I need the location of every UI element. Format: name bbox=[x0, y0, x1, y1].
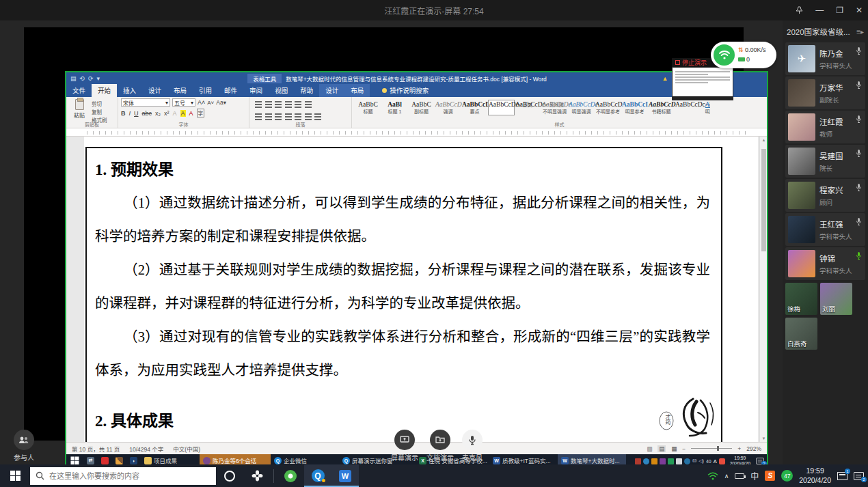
wecom-taskbar-button[interactable]: Q bbox=[304, 464, 331, 487]
bullets-icon[interactable] bbox=[255, 101, 262, 102]
scroll-down-icon[interactable]: ▼ bbox=[760, 436, 767, 441]
tell-me-search[interactable]: 操作说明搜索 bbox=[377, 84, 434, 97]
participant-card[interactable]: 王红强学科带头人 bbox=[785, 213, 865, 246]
participant-card[interactable]: ✈ 陈乃金学科带头人 bbox=[785, 42, 865, 75]
change-case-icon[interactable]: Aa▾ bbox=[216, 99, 226, 106]
scrollbar-thumb[interactable] bbox=[761, 149, 766, 251]
tab-table-layout[interactable]: 布局 bbox=[344, 84, 370, 97]
mic-muted-icon[interactable] bbox=[856, 115, 862, 124]
microphone-button[interactable]: 麦克风 bbox=[462, 430, 483, 462]
print-layout-icon[interactable]: ▤ bbox=[657, 445, 666, 452]
redo-icon[interactable]: ⟳ bbox=[88, 75, 94, 82]
mic-muted-icon[interactable] bbox=[856, 81, 862, 89]
mic-muted-icon[interactable] bbox=[856, 217, 862, 226]
mic-muted-icon[interactable] bbox=[856, 183, 862, 192]
style-item[interactable]: AaBbC副标题 bbox=[408, 100, 435, 115]
page-indicator[interactable]: 第 10 页，共 11 页 bbox=[72, 445, 120, 453]
paste-button[interactable]: 粘贴 bbox=[69, 99, 90, 124]
screen-share-button[interactable]: 屏幕演示 bbox=[391, 430, 418, 462]
cortana-button[interactable] bbox=[216, 464, 243, 487]
save-icon[interactable]: ▤ bbox=[70, 75, 77, 82]
multilevel-list-icon[interactable] bbox=[275, 101, 282, 102]
browser-button[interactable] bbox=[277, 464, 304, 487]
align-center-icon[interactable] bbox=[265, 113, 272, 115]
grow-font-icon[interactable]: A˄ bbox=[198, 99, 205, 106]
style-item-selected[interactable]: AaBbCcDc↵正文 bbox=[488, 100, 515, 115]
tray-icon[interactable] bbox=[668, 458, 674, 464]
align-left-icon[interactable] bbox=[255, 113, 262, 115]
battery-tray-icon[interactable] bbox=[735, 473, 744, 479]
volume-icon[interactable]: ◁) bbox=[699, 458, 704, 464]
style-item[interactable]: AaBbC标题 bbox=[355, 100, 381, 115]
style-item[interactable]: AaBbCcD不明显参考 bbox=[595, 100, 621, 115]
multi-window-icon[interactable]: 1 bbox=[837, 472, 847, 480]
mic-muted-icon[interactable] bbox=[856, 149, 862, 158]
strikethrough-icon[interactable]: abc bbox=[142, 110, 152, 117]
document-page[interactable]: 1. 预期效果 （1）通过数据统计描述分析，可以得到学生成绩的分布特征，据此分析… bbox=[84, 137, 758, 442]
participant-card[interactable]: 汪红霞教师 bbox=[785, 111, 865, 143]
collapse-panel-icon[interactable]: ≡▸ bbox=[856, 28, 864, 36]
start-button[interactable] bbox=[0, 464, 30, 487]
tab-help[interactable]: 帮助 bbox=[294, 84, 319, 97]
presentation-mini-preview[interactable] bbox=[672, 67, 733, 100]
web-layout-icon[interactable]: ▦ bbox=[671, 445, 677, 452]
style-item[interactable]: AaBl标题 1 bbox=[381, 100, 408, 115]
participant-tile[interactable]: 徐梅 bbox=[785, 283, 817, 315]
cut-button[interactable]: 剪切 bbox=[92, 100, 107, 107]
word-count[interactable]: 10/4294 个字 bbox=[129, 445, 163, 453]
lock-icon[interactable] bbox=[676, 458, 682, 464]
task-view-button[interactable] bbox=[243, 464, 271, 487]
wps-taskbar-button[interactable]: W bbox=[331, 464, 359, 487]
zoom-slider[interactable] bbox=[691, 448, 732, 449]
style-item[interactable]: AaBbC明显引用 bbox=[701, 100, 710, 115]
enclose-char-icon[interactable]: 字 bbox=[197, 109, 205, 117]
search-input[interactable] bbox=[49, 472, 200, 480]
increase-indent-icon[interactable] bbox=[295, 101, 301, 102]
notification-center-icon[interactable]: 2 bbox=[854, 472, 864, 480]
style-item[interactable]: AaBbCcD强调 bbox=[435, 100, 461, 115]
clock[interactable]: 19:592020/4/20 bbox=[799, 467, 831, 485]
tab-references[interactable]: 引用 bbox=[193, 84, 218, 97]
ime-indicator[interactable]: 中 bbox=[750, 470, 759, 482]
style-item[interactable]: AaBbCcD要点 bbox=[461, 100, 488, 115]
document-share-button[interactable]: 文档演示 bbox=[426, 430, 454, 462]
sort-icon[interactable] bbox=[305, 101, 312, 102]
wifi-tray-icon[interactable] bbox=[707, 472, 718, 480]
minimize-button[interactable]: — bbox=[815, 5, 824, 15]
tab-review[interactable]: 审阅 bbox=[243, 84, 269, 97]
close-button[interactable]: ✕ bbox=[856, 5, 863, 15]
participants-button[interactable]: 参与人 bbox=[14, 430, 34, 462]
ruler[interactable] bbox=[66, 128, 767, 137]
style-item[interactable]: AaBbCcI明显参考 bbox=[621, 100, 648, 115]
subscript-icon[interactable]: x₂ bbox=[155, 110, 161, 117]
tab-design[interactable]: 设计 bbox=[142, 84, 167, 97]
italic-icon[interactable]: I bbox=[129, 110, 131, 117]
participant-card[interactable]: 万家华副院长 bbox=[785, 76, 865, 109]
bold-icon[interactable]: B bbox=[121, 110, 126, 117]
style-item[interactable]: AaBbCcDc↵无间隔 bbox=[515, 100, 541, 115]
tab-view[interactable]: 视图 bbox=[269, 84, 294, 97]
restore-button[interactable]: ❐ bbox=[836, 5, 843, 15]
tray-icon[interactable] bbox=[635, 458, 641, 464]
tray-icon[interactable] bbox=[651, 458, 657, 464]
tab-insert[interactable]: 插入 bbox=[117, 84, 142, 97]
undo-icon[interactable]: ⟲ bbox=[80, 75, 85, 82]
taskbar-search[interactable] bbox=[30, 467, 216, 485]
read-mode-icon[interactable]: ▥ bbox=[647, 445, 652, 452]
superscript-icon[interactable]: x² bbox=[164, 110, 169, 117]
tab-layout[interactable]: 布局 bbox=[167, 84, 193, 97]
language-indicator[interactable]: 中文(中国) bbox=[173, 445, 200, 453]
copy-button[interactable]: 复制 bbox=[92, 108, 107, 115]
vertical-scrollbar[interactable]: ▲ ▼ bbox=[759, 137, 767, 442]
highlight-icon[interactable]: A bbox=[180, 110, 186, 117]
participant-card[interactable]: 吴建国院长 bbox=[785, 145, 865, 178]
mic-active-icon[interactable] bbox=[856, 251, 862, 260]
participant-card[interactable]: 程家兴顾问 bbox=[785, 179, 865, 212]
ime-indicator[interactable]: A bbox=[714, 458, 717, 464]
mic-muted-icon[interactable] bbox=[856, 46, 862, 55]
pin-icon[interactable] bbox=[796, 6, 803, 14]
tray-icon[interactable] bbox=[643, 458, 649, 464]
sogou-icon[interactable] bbox=[719, 458, 725, 464]
numbering-icon[interactable] bbox=[265, 101, 272, 102]
participant-card[interactable]: 钟锦学科带头人 bbox=[785, 247, 865, 280]
